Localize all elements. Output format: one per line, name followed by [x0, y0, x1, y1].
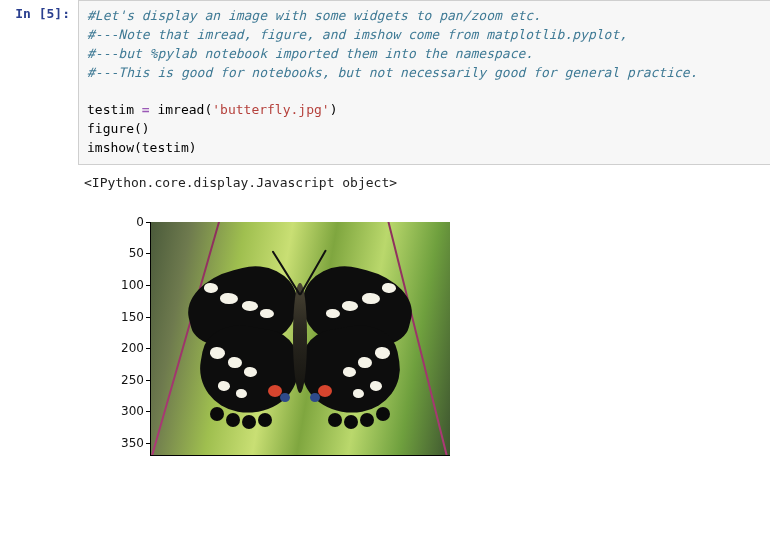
y-tick-label: 50	[110, 246, 144, 260]
code-comment: #---Note that imread, figure, and imshow…	[87, 27, 627, 42]
notebook-output-text-row: <IPython.core.display.Javascript object>	[0, 171, 770, 194]
code-text: imshow(testim)	[87, 140, 197, 155]
y-tick-label: 200	[110, 341, 144, 355]
matplotlib-figure[interactable]: 0 50 100 150 200 250 300 350	[150, 222, 450, 456]
y-tick-label: 300	[110, 404, 144, 418]
code-comment: #Let's display an image with some widget…	[87, 8, 541, 23]
output-text: <IPython.core.display.Javascript object>	[78, 171, 403, 194]
y-tick-label: 350	[110, 436, 144, 450]
code-string: 'butterfly.jpg'	[212, 102, 329, 117]
code-operator: =	[142, 102, 150, 117]
code-text: )	[330, 102, 338, 117]
axes-spines	[150, 222, 450, 456]
axes[interactable]	[150, 222, 450, 456]
notebook-input-cell: In [5]: #Let's display an image with som…	[0, 0, 770, 165]
code-text: figure()	[87, 121, 150, 136]
y-tick-label: 0	[110, 215, 144, 229]
y-tick-label: 250	[110, 373, 144, 387]
code-comment: #---This is good for notebooks, but not …	[87, 65, 697, 80]
y-tick-label: 150	[110, 310, 144, 324]
code-input-area[interactable]: #Let's display an image with some widget…	[78, 0, 770, 165]
notebook-output-figure-row: 0 50 100 150 200 250 300 350	[0, 194, 770, 456]
code-text: testim	[87, 102, 142, 117]
y-tick-label: 100	[110, 278, 144, 292]
input-prompt: In [5]:	[0, 0, 78, 27]
code-text: imread(	[150, 102, 213, 117]
code-comment: #---but %pylab notebook imported them in…	[87, 46, 533, 61]
